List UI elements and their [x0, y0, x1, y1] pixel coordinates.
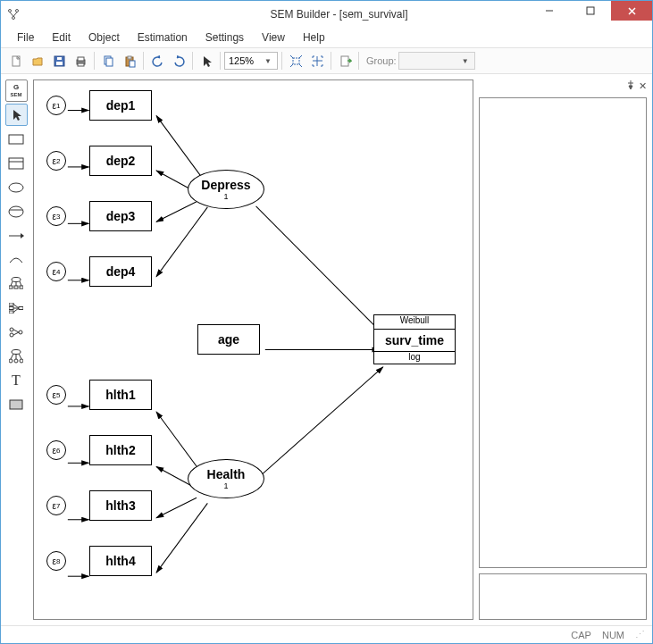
observed-age[interactable]: age [197, 324, 260, 355]
save-icon[interactable] [49, 51, 69, 71]
svg-rect-19 [9, 158, 23, 169]
tool-covariance[interactable] [5, 248, 28, 271]
tool-select[interactable] [5, 104, 28, 126]
main-area: GSEM [1, 74, 652, 625]
menu-view[interactable]: View [255, 29, 292, 46]
print-icon[interactable] [71, 51, 90, 71]
menu-edit[interactable]: Edit [45, 29, 78, 46]
menu-object[interactable]: Object [81, 29, 127, 46]
svg-rect-18 [9, 135, 23, 144]
tool-text[interactable]: T [5, 369, 28, 391]
svg-point-22 [9, 206, 23, 217]
svg-line-55 [156, 498, 197, 518]
pin-icon[interactable] [626, 80, 635, 91]
paste-icon[interactable] [120, 51, 139, 71]
error-e1[interactable]: ε1 [46, 96, 66, 115]
title-bar: SEM Builder - [sem_survival] [1, 1, 652, 28]
tool-latent[interactable] [5, 176, 28, 198]
outcome-family: Weibull [374, 315, 455, 330]
error-e3[interactable]: ε3 [46, 206, 66, 226]
observed-dep1[interactable]: dep1 [89, 90, 152, 121]
svg-rect-7 [57, 57, 62, 60]
minimize-button[interactable] [529, 1, 570, 21]
svg-rect-3 [587, 7, 594, 14]
zoom100-icon[interactable] [307, 51, 327, 71]
svg-point-25 [12, 277, 21, 281]
tool-latent-gen[interactable] [5, 200, 28, 222]
outcome-surv-time[interactable]: Weibull surv_time log [373, 314, 456, 364]
tool-observed[interactable] [5, 128, 28, 150]
tool-multilevel[interactable] [5, 321, 28, 343]
svg-point-0 [9, 10, 12, 13]
observed-dep2[interactable]: dep2 [89, 146, 152, 176]
new-file-icon[interactable] [6, 51, 26, 71]
tool-path[interactable] [5, 224, 28, 247]
svg-rect-12 [106, 58, 113, 66]
error-e4[interactable]: ε4 [46, 262, 66, 281]
outcome-link: log [374, 351, 455, 364]
pointer-icon[interactable] [197, 51, 216, 71]
tool-gsem[interactable]: GSEM [5, 79, 28, 102]
svg-line-56 [156, 503, 207, 573]
error-e8[interactable]: ε8 [46, 551, 66, 571]
svg-rect-31 [9, 311, 13, 314]
open-file-icon[interactable] [28, 51, 47, 71]
app-window: SEM Builder - [sem_survival] File Edit O… [0, 0, 653, 644]
svg-point-1 [16, 10, 19, 13]
info-panel[interactable] [479, 573, 647, 620]
svg-rect-10 [78, 63, 84, 66]
svg-rect-26 [9, 286, 13, 289]
svg-point-37 [9, 359, 13, 363]
group-select[interactable]: ▼ [398, 52, 475, 70]
latent-health[interactable]: Health 1 [188, 459, 264, 498]
redo-icon[interactable] [169, 51, 188, 71]
fit-icon[interactable] [286, 51, 306, 71]
svg-rect-27 [14, 286, 18, 289]
tool-multilevel-gen[interactable] [5, 345, 28, 367]
error-e5[interactable]: ε5 [46, 385, 66, 405]
copy-icon[interactable] [98, 51, 118, 71]
error-e2[interactable]: ε2 [46, 151, 66, 171]
observed-dep4[interactable]: dep4 [89, 256, 152, 287]
status-num: NUM [602, 630, 624, 640]
toolbar: 125% ▼ Group: ▼ [1, 47, 652, 74]
maximize-button[interactable] [570, 1, 611, 21]
menu-settings[interactable]: Settings [198, 29, 251, 46]
observed-hlth2[interactable]: hlth2 [89, 435, 152, 465]
error-e7[interactable]: ε7 [46, 496, 66, 515]
tool-measurement[interactable] [5, 272, 28, 295]
tool-observed-gen[interactable] [5, 152, 28, 174]
close-button[interactable] [611, 1, 652, 21]
svg-rect-15 [130, 61, 135, 67]
right-panel: ✕ [479, 74, 652, 625]
properties-panel[interactable] [479, 97, 647, 568]
menu-help[interactable]: Help [296, 29, 332, 46]
error-e6[interactable]: ε6 [46, 440, 66, 460]
tool-area[interactable] [5, 393, 28, 415]
estimate-icon[interactable] [335, 51, 355, 71]
zoom-combo[interactable]: 125% ▼ [224, 52, 278, 70]
latent-depress-sub: 1 [223, 192, 228, 201]
status-bar: CAP NUM ⋰ [1, 625, 652, 643]
svg-point-33 [10, 328, 13, 331]
svg-line-59 [255, 367, 383, 481]
latent-health-label: Health [207, 467, 246, 481]
diagram-canvas[interactable]: ε1 ε2 ε3 ε4 ε5 ε6 ε7 ε8 dep1 dep2 dep3 d… [33, 79, 473, 620]
menu-estimation[interactable]: Estimation [130, 29, 195, 46]
chevron-down-icon: ▼ [462, 57, 471, 65]
menu-file[interactable]: File [10, 29, 41, 46]
svg-point-39 [20, 359, 23, 363]
observed-hlth1[interactable]: hlth1 [89, 380, 152, 410]
svg-line-57 [256, 206, 383, 334]
close-panel-icon[interactable]: ✕ [639, 80, 647, 92]
resize-grip-icon[interactable]: ⋰ [635, 629, 645, 640]
tool-regression[interactable] [5, 297, 28, 319]
latent-depress[interactable]: Depress 1 [188, 170, 264, 209]
undo-icon[interactable] [147, 51, 167, 71]
observed-dep3[interactable]: dep3 [89, 201, 152, 231]
observed-hlth4[interactable]: hlth4 [89, 546, 152, 576]
observed-hlth3[interactable]: hlth3 [89, 490, 152, 521]
svg-rect-29 [9, 303, 13, 305]
svg-rect-6 [56, 62, 63, 65]
outcome-name: surv_time [374, 330, 455, 351]
